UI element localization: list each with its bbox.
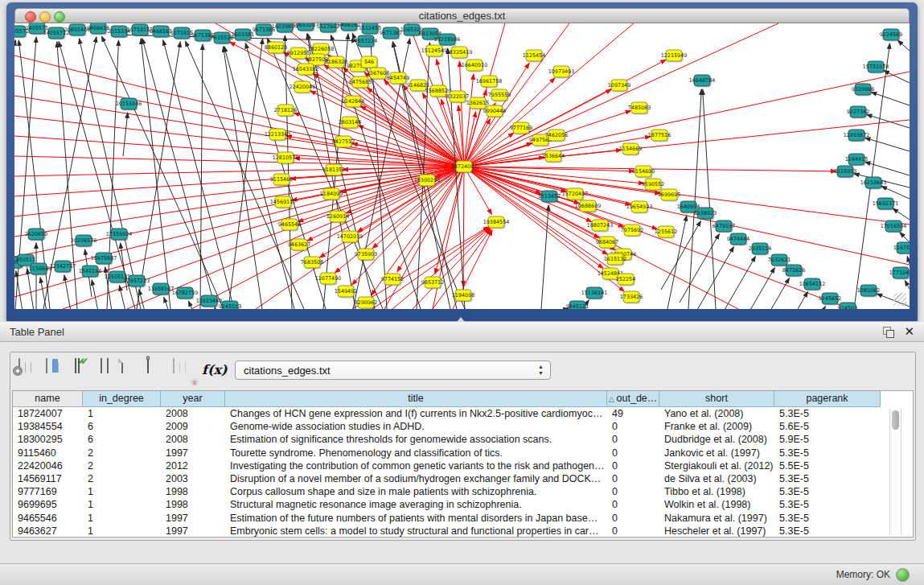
- citation-edge-black[interactable]: [768, 292, 807, 309]
- table-cell: 5.6E-5: [774, 420, 881, 433]
- graph-node-label: 1545194: [79, 268, 101, 274]
- citation-edge-black[interactable]: [137, 42, 180, 309]
- citation-edge-red[interactable]: [464, 72, 910, 167]
- table-row[interactable]: 1938455462009Genome-wide association stu…: [13, 420, 913, 433]
- graph-node-label: 16648784: [689, 77, 716, 84]
- delete-table-button[interactable]: [147, 359, 170, 383]
- citation-edge-black[interactable]: [200, 44, 203, 309]
- citation-edge-black[interactable]: [64, 275, 71, 309]
- row-height-button[interactable]: [96, 359, 118, 383]
- citation-edge-black[interactable]: [871, 93, 910, 105]
- select-rows-button[interactable]: [73, 359, 96, 383]
- table-cell: 1997: [161, 512, 225, 525]
- table-row[interactable]: 1830029562008Estimation of significance …: [13, 433, 913, 446]
- node-table[interactable]: namein_degreeyeartitle△out_de…shortpager…: [12, 390, 914, 538]
- table-cell: Estimation of significance thresholds fo…: [225, 433, 607, 446]
- table-cell: 6: [83, 420, 161, 433]
- citation-edge-black[interactable]: [749, 278, 789, 309]
- graph-node-label: 1260914: [326, 213, 349, 220]
- table-row[interactable]: 1456911722003Disruption of a novel membe…: [13, 472, 913, 485]
- graph-node-label: 10975887: [91, 255, 117, 262]
- column-header-short[interactable]: short: [659, 391, 774, 407]
- checkbox-check-icon: [78, 358, 80, 373]
- table-row[interactable]: 977716911998Corpus callosum shape and si…: [13, 485, 913, 498]
- table-cell: Genome-wide association studies in ADHD.: [225, 420, 607, 433]
- citation-edge-red[interactable]: [14, 156, 464, 167]
- citation-edge-red[interactable]: [464, 23, 569, 167]
- table-cell: 1: [83, 485, 161, 498]
- column-header-in_degree[interactable]: in_degree: [83, 391, 161, 407]
- graph-node-label: 22420046: [290, 84, 316, 90]
- citation-edge-black[interactable]: [40, 278, 47, 309]
- citation-edge-black[interactable]: [164, 297, 169, 309]
- table-row[interactable]: 2242004622012Investigating the contribut…: [13, 459, 913, 472]
- citation-edge-black[interactable]: [92, 280, 98, 309]
- import-table-button-disabled: x: [173, 359, 195, 383]
- network-window-title: citations_edges.txt: [15, 9, 909, 23]
- table-cell: Tibbo et al. (1998): [659, 485, 774, 498]
- table-row[interactable]: 946554611997Estimation of the future num…: [13, 512, 913, 525]
- column-header-title[interactable]: title: [225, 391, 607, 407]
- citation-edge-black[interactable]: [142, 39, 216, 309]
- scrollbar-thumb[interactable]: [892, 410, 899, 430]
- table-selector[interactable]: citations_edges.txt ▲▼: [235, 360, 551, 380]
- citation-edge-black[interactable]: [716, 257, 755, 309]
- table-cell: Estimation of the future numbers of pati…: [225, 512, 607, 525]
- citation-edge-black[interactable]: [854, 43, 890, 309]
- table-row[interactable]: 1872400712008Changes of HCN gene express…: [13, 407, 913, 420]
- table-cell: 0: [607, 420, 659, 433]
- table-cell: Corpus callosum shape and size in male p…: [225, 485, 607, 498]
- network-canvas[interactable]: 9405572140557114055712208914069406616201…: [14, 23, 910, 309]
- memory-ok-icon[interactable]: [896, 568, 910, 582]
- citation-edge-black[interactable]: [101, 36, 224, 309]
- new-table-button[interactable]: [121, 359, 144, 383]
- citation-edge-black[interactable]: [123, 113, 128, 156]
- table-cell: de Silva et al. (2003): [659, 472, 774, 485]
- citation-edge-red[interactable]: [463, 167, 464, 286]
- column-header-name[interactable]: name: [13, 391, 83, 407]
- citation-edge-black[interactable]: [893, 208, 910, 220]
- citation-edge-black[interactable]: [881, 186, 910, 199]
- table-cell: Franke et al. (2009): [659, 420, 774, 433]
- graph-node-label: 9245652: [819, 295, 841, 302]
- square-icon: [107, 358, 109, 373]
- column-header-out_de[interactable]: △out_de…: [607, 391, 659, 407]
- citation-edge-black[interactable]: [907, 257, 910, 264]
- citation-edge-black[interactable]: [228, 39, 263, 309]
- table-toolbar: x f(x) citations_edges.txt ▲▼: [15, 357, 908, 386]
- canvas-resize-grip[interactable]: [893, 293, 906, 306]
- graph-node-label: 20206576: [71, 237, 97, 244]
- graph-node-label: 9406616: [87, 25, 109, 31]
- citation-edge-red[interactable]: [310, 91, 464, 167]
- citation-edge-red[interactable]: [464, 74, 474, 167]
- table-settings-button[interactable]: [18, 359, 41, 383]
- graph-node-label: 2536644: [542, 153, 565, 159]
- graph-node-label: 9735903: [355, 251, 377, 257]
- column-header-pagerank[interactable]: pagerank: [774, 391, 881, 407]
- close-panel-icon[interactable]: ✕: [904, 324, 914, 339]
- citation-edge-black[interactable]: [865, 162, 910, 175]
- table-row[interactable]: 946362711997Embryonic stem cells: a mode…: [13, 525, 913, 538]
- network-window-titlebar[interactable]: citations_edges.txt: [14, 8, 910, 23]
- citation-edge-black[interactable]: [188, 301, 193, 309]
- select-columns-button[interactable]: [46, 359, 68, 383]
- table-cell: 2012: [161, 459, 225, 472]
- citation-edge-black[interactable]: [866, 114, 910, 128]
- column-header-year[interactable]: year: [161, 391, 225, 407]
- graph-node-label: 7955559: [488, 92, 511, 98]
- citation-edge-black[interactable]: [865, 138, 910, 151]
- graph-node-label: 1362615: [466, 100, 489, 106]
- table-cell: 5.5E-5: [774, 459, 881, 472]
- citation-edge-black[interactable]: [905, 281, 910, 289]
- citation-edge-black[interactable]: [786, 307, 825, 309]
- table-row[interactable]: 969969511998Structural magnetic resonanc…: [13, 498, 913, 511]
- citation-edge-black[interactable]: [900, 233, 910, 242]
- citation-edge-black[interactable]: [897, 40, 910, 51]
- graph-node-label: 1181352: [322, 167, 345, 173]
- float-panel-icon[interactable]: [883, 327, 893, 337]
- vertical-scrollbar[interactable]: [889, 409, 901, 535]
- citation-edge-black[interactable]: [119, 286, 125, 309]
- function-builder-button[interactable]: f(x): [202, 362, 224, 386]
- table-row[interactable]: 911546021997Tourette syndrome. Phenomeno…: [13, 447, 913, 459]
- graph-node-label: 1877516: [648, 132, 671, 138]
